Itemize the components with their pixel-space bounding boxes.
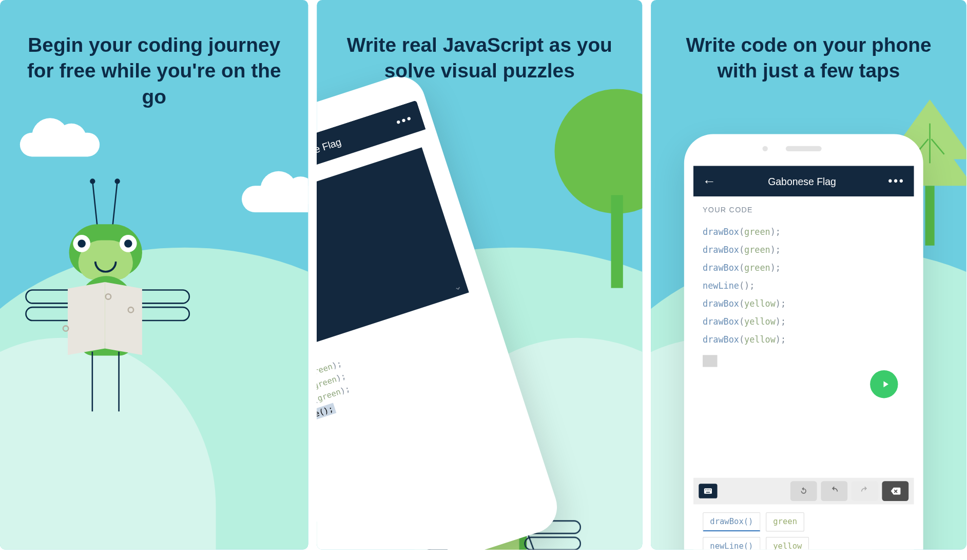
app-title: Gabonese Flag bbox=[716, 175, 888, 187]
code-line: drawBox(yellow); bbox=[703, 295, 904, 313]
redo-icon bbox=[859, 486, 870, 496]
phone-mockup: ← Gabonese Flag ••• YOUR CODE drawBox(gr… bbox=[684, 134, 923, 549]
editor-toolbar bbox=[693, 478, 914, 505]
svg-rect-1 bbox=[705, 490, 706, 491]
cursor-placeholder bbox=[703, 355, 717, 367]
code-chip[interactable]: drawBox() bbox=[703, 512, 761, 532]
more-icon[interactable]: ••• bbox=[394, 111, 414, 129]
cloud-decoration bbox=[20, 133, 100, 157]
reset-button[interactable] bbox=[790, 481, 817, 501]
undo-button[interactable] bbox=[821, 481, 847, 501]
promo-panel-1: Begin your coding journey for free while… bbox=[0, 0, 308, 549]
panel-headline: Begin your coding journey for free while… bbox=[0, 0, 308, 110]
reset-icon bbox=[798, 486, 809, 496]
delete-button[interactable] bbox=[882, 481, 908, 501]
code-label: YOUR CODE bbox=[693, 196, 914, 217]
app-store-screenshots: Begin your coding journey for free while… bbox=[0, 0, 966, 549]
back-icon[interactable]: ← bbox=[703, 173, 716, 189]
grasshopper-illustration bbox=[41, 219, 174, 358]
code-line: drawBox(green); bbox=[703, 241, 904, 259]
code-chip[interactable]: newLine() bbox=[703, 537, 761, 550]
code-line: drawBox(yellow); bbox=[703, 330, 904, 348]
svg-rect-0 bbox=[704, 488, 712, 494]
code-chips-row: drawBox() green bbox=[693, 510, 914, 534]
run-button[interactable] bbox=[870, 370, 898, 398]
cloud-decoration bbox=[242, 186, 308, 212]
undo-icon bbox=[829, 486, 840, 496]
code-line: newLine(); bbox=[703, 277, 904, 295]
code-chip[interactable]: yellow bbox=[766, 537, 809, 550]
phone-screen: ← Gabonese Flag ••• YOUR CODE drawBox(gr… bbox=[693, 166, 914, 550]
panel-headline: Write code on your phone with just a few… bbox=[651, 0, 966, 84]
chevron-down-icon[interactable]: ⌄ bbox=[452, 280, 462, 292]
map-prop bbox=[68, 285, 147, 351]
code-line: drawBox(green); bbox=[703, 259, 904, 277]
svg-rect-3 bbox=[708, 490, 709, 491]
keyboard-icon[interactable] bbox=[699, 484, 717, 498]
promo-panel-3: Write code on your phone with just a few… bbox=[651, 0, 966, 549]
play-icon bbox=[880, 379, 891, 390]
panel-headline: Write real JavaScript as you solve visua… bbox=[317, 0, 642, 84]
code-editor[interactable]: drawBox(green); drawBox(green); drawBox(… bbox=[693, 217, 914, 477]
svg-rect-2 bbox=[707, 490, 708, 491]
promo-panel-2: Write real JavaScript as you solve visua… bbox=[317, 0, 642, 549]
redo-button[interactable] bbox=[852, 481, 878, 501]
code-chips-row: newLine() yellow bbox=[693, 534, 914, 550]
backspace-icon bbox=[890, 486, 901, 496]
app-bar: ← Gabonese Flag ••• bbox=[693, 166, 914, 197]
svg-rect-4 bbox=[710, 490, 711, 491]
code-line: drawBox(green); bbox=[703, 223, 904, 241]
more-icon[interactable]: ••• bbox=[888, 174, 904, 188]
code-line: drawBox(yellow); bbox=[703, 312, 904, 330]
code-chip[interactable]: green bbox=[766, 512, 804, 532]
svg-rect-5 bbox=[706, 492, 710, 493]
tree-decoration bbox=[554, 89, 642, 213]
